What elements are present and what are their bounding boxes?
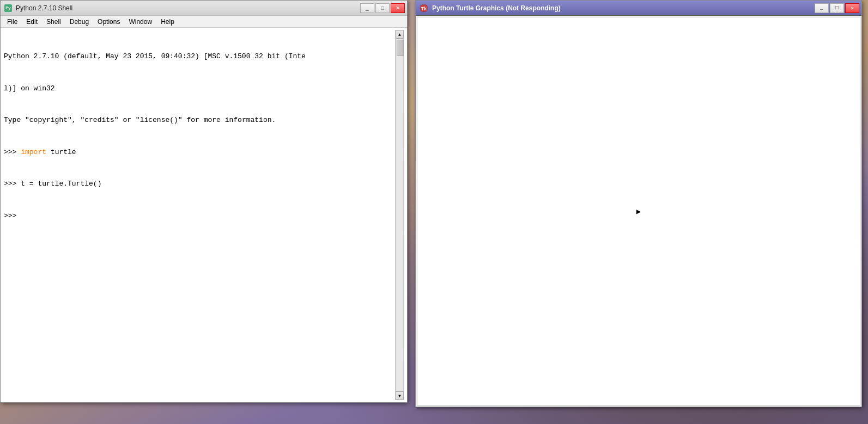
menu-edit[interactable]: Edit xyxy=(22,17,42,27)
shell-line-5: >>> t = turtle.Turtle() xyxy=(4,179,395,189)
scroll-up-arrow[interactable]: ▲ xyxy=(396,30,404,39)
shell-minimize-button[interactable]: _ xyxy=(360,3,374,13)
scroll-track[interactable] xyxy=(396,39,404,391)
turtle-window: Tk Python Turtle Graphics (Not Respondin… xyxy=(415,0,862,407)
menu-help[interactable]: Help xyxy=(156,17,179,27)
turtle-titlebar: Tk Python Turtle Graphics (Not Respondin… xyxy=(416,1,861,16)
shell-line-6: >>> xyxy=(4,211,395,222)
turtle-minimize-button[interactable]: _ xyxy=(815,3,829,13)
scroll-thumb[interactable] xyxy=(397,40,404,56)
menu-shell[interactable]: Shell xyxy=(42,17,65,27)
shell-window-controls: _ □ ✕ xyxy=(360,3,405,13)
svg-text:Tk: Tk xyxy=(421,7,427,12)
shell-window-title: Python 2.7.10 Shell xyxy=(16,4,404,12)
menu-window[interactable]: Window xyxy=(124,17,156,27)
menu-file[interactable]: File xyxy=(3,17,22,27)
shell-line-4: >>> import turtle xyxy=(4,147,395,158)
menu-options[interactable]: Options xyxy=(93,17,124,27)
shell-text[interactable]: Python 2.7.10 (default, May 23 2015, 09:… xyxy=(4,30,395,400)
shell-window-icon: Py xyxy=(4,4,13,13)
shell-content-area[interactable]: Python 2.7.10 (default, May 23 2015, 09:… xyxy=(1,28,407,402)
shell-titlebar: Py Python 2.7.10 Shell _ □ ✕ xyxy=(1,1,407,16)
shell-close-button[interactable]: ✕ xyxy=(391,3,405,13)
turtle-window-controls: _ □ ✕ xyxy=(815,3,859,13)
shell-window: Py Python 2.7.10 Shell _ □ ✕ File Edit S… xyxy=(0,0,408,403)
turtle-window-icon: Tk xyxy=(419,3,429,13)
turtle-canvas[interactable]: ▶ xyxy=(417,17,860,405)
shell-menubar: File Edit Shell Debug Options Window Hel… xyxy=(1,16,407,28)
menu-debug[interactable]: Debug xyxy=(65,17,93,27)
shell-scrollbar[interactable]: ▲ ▼ xyxy=(395,30,404,400)
turtle-maximize-button[interactable]: □ xyxy=(830,3,844,13)
turtle-close-button[interactable]: ✕ xyxy=(845,3,859,13)
shell-line-3: Type "copyright", "credits" or "license(… xyxy=(4,115,395,126)
shell-line-2: l)] on win32 xyxy=(4,83,395,94)
shell-maximize-button[interactable]: □ xyxy=(375,3,390,13)
turtle-window-title: Python Turtle Graphics (Not Responding) xyxy=(432,4,858,12)
turtle-cursor: ▶ xyxy=(636,207,641,216)
scroll-down-arrow[interactable]: ▼ xyxy=(396,391,404,400)
shell-line-1: Python 2.7.10 (default, May 23 2015, 09:… xyxy=(4,51,395,62)
